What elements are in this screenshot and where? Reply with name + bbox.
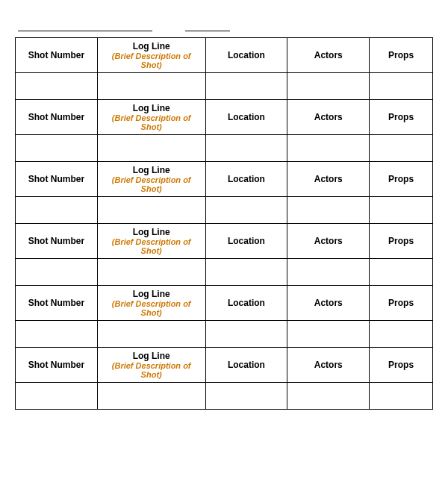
data-cell-3-3[interactable]	[287, 197, 370, 224]
table-header-row-2: Shot NumberLog Line(Brief Description of…	[16, 100, 433, 135]
data-cell-6-3[interactable]	[287, 383, 370, 410]
logline-header-2: Log Line(Brief Description of Shot)	[97, 100, 205, 135]
logline-header-6: Log Line(Brief Description of Shot)	[97, 348, 205, 383]
data-cell-6-4[interactable]	[370, 383, 433, 410]
props-header-5: Props	[370, 286, 433, 321]
data-cell-6-0[interactable]	[16, 383, 98, 410]
shot-number-header-3: Shot Number	[16, 162, 98, 197]
data-cell-2-0[interactable]	[16, 135, 98, 162]
table-header-row-4: Shot NumberLog Line(Brief Description of…	[16, 224, 433, 259]
data-cell-1-1[interactable]	[97, 73, 205, 100]
data-cell-6-1[interactable]	[97, 383, 205, 410]
actors-header-2: Actors	[287, 100, 370, 135]
location-header-1: Location	[205, 38, 287, 73]
data-cell-4-2[interactable]	[205, 259, 287, 286]
logline-header-3: Log Line(Brief Description of Shot)	[97, 162, 205, 197]
data-cell-3-0[interactable]	[16, 197, 98, 224]
movie-title-input-line	[18, 19, 152, 31]
actors-header-1: Actors	[287, 38, 370, 73]
location-header-4: Location	[205, 224, 287, 259]
actors-header-6: Actors	[287, 348, 370, 383]
table-data-row-5	[16, 321, 433, 348]
location-header-2: Location	[205, 100, 287, 135]
logline-header-4: Log Line(Brief Description of Shot)	[97, 224, 205, 259]
shot-number-header-5: Shot Number	[16, 286, 98, 321]
data-cell-3-4[interactable]	[370, 197, 433, 224]
location-header-3: Location	[205, 162, 287, 197]
table-header-row-1: Shot NumberLog Line(Brief Description of…	[16, 38, 433, 73]
table-data-row-1	[16, 73, 433, 100]
shot-number-header-1: Shot Number	[16, 38, 98, 73]
table-data-row-3	[16, 197, 433, 224]
data-cell-1-3[interactable]	[287, 73, 370, 100]
data-cell-1-4[interactable]	[370, 73, 433, 100]
location-header-5: Location	[205, 286, 287, 321]
logline-header-5: Log Line(Brief Description of Shot)	[97, 286, 205, 321]
data-cell-5-0[interactable]	[16, 321, 98, 348]
location-header-6: Location	[205, 348, 287, 383]
class-input-line	[185, 19, 230, 31]
props-header-6: Props	[370, 348, 433, 383]
logline-header-1: Log Line(Brief Description of Shot)	[97, 38, 205, 73]
table-data-row-4	[16, 259, 433, 286]
data-cell-3-1[interactable]	[97, 197, 205, 224]
data-cell-4-3[interactable]	[287, 259, 370, 286]
actors-header-3: Actors	[287, 162, 370, 197]
data-cell-6-2[interactable]	[205, 383, 287, 410]
data-cell-2-3[interactable]	[287, 135, 370, 162]
data-cell-5-3[interactable]	[287, 321, 370, 348]
data-cell-4-4[interactable]	[370, 259, 433, 286]
data-cell-3-2[interactable]	[205, 197, 287, 224]
data-cell-1-0[interactable]	[16, 73, 98, 100]
actors-header-5: Actors	[287, 286, 370, 321]
data-cell-2-4[interactable]	[370, 135, 433, 162]
props-header-2: Props	[370, 100, 433, 135]
data-cell-2-1[interactable]	[97, 135, 205, 162]
data-cell-1-2[interactable]	[205, 73, 287, 100]
data-cell-5-2[interactable]	[205, 321, 287, 348]
data-cell-5-4[interactable]	[370, 321, 433, 348]
data-cell-4-1[interactable]	[97, 259, 205, 286]
table-data-row-2	[16, 135, 433, 162]
data-cell-2-2[interactable]	[205, 135, 287, 162]
data-cell-5-1[interactable]	[97, 321, 205, 348]
table-header-row-3: Shot NumberLog Line(Brief Description of…	[16, 162, 433, 197]
shot-number-header-2: Shot Number	[16, 100, 98, 135]
data-cell-4-0[interactable]	[16, 259, 98, 286]
props-header-4: Props	[370, 224, 433, 259]
table-data-row-6	[16, 383, 433, 410]
shot-number-header-4: Shot Number	[16, 224, 98, 259]
actors-header-4: Actors	[287, 224, 370, 259]
shot-number-header-6: Shot Number	[16, 348, 98, 383]
props-header-1: Props	[370, 38, 433, 73]
table-header-row-6: Shot NumberLog Line(Brief Description of…	[16, 348, 433, 383]
header-row	[15, 19, 433, 31]
props-header-3: Props	[370, 162, 433, 197]
shot-list-table: Shot NumberLog Line(Brief Description of…	[15, 37, 433, 410]
table-header-row-5: Shot NumberLog Line(Brief Description of…	[16, 286, 433, 321]
